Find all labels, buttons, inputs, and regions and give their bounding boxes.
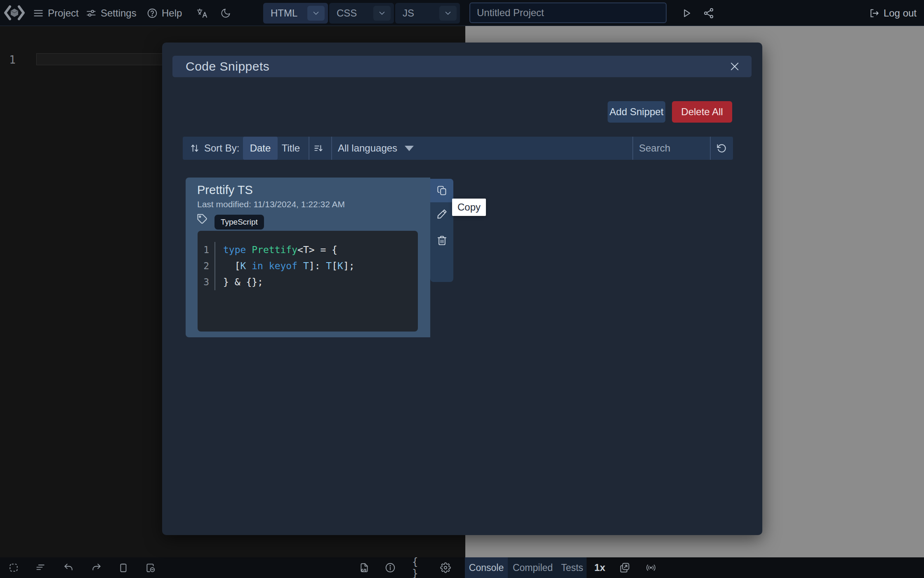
sort-title-button[interactable]: Title: [278, 137, 304, 160]
chevron-down-icon[interactable]: [307, 6, 325, 21]
language-badge: TypeScript: [214, 215, 264, 230]
close-icon: [729, 61, 740, 72]
logout-button[interactable]: Log out: [869, 0, 917, 26]
redo-icon: [91, 562, 102, 573]
moon-icon: [220, 8, 231, 19]
export-file-button[interactable]: [358, 562, 370, 573]
tab-js[interactable]: JS: [395, 3, 460, 24]
search-input[interactable]: [633, 137, 709, 160]
menu-project[interactable]: Project: [33, 0, 79, 26]
code-line: 3} & {};: [198, 274, 418, 290]
code-token: <T> = {: [297, 244, 337, 255]
code-token: in: [252, 261, 263, 271]
sort-arrows-icon: [189, 137, 200, 160]
modal-header: Code Snippets: [172, 56, 752, 77]
snippets-button[interactable]: { }: [412, 562, 424, 573]
playback-speed-button[interactable]: 1x: [591, 557, 609, 578]
run-button[interactable]: [681, 0, 692, 26]
undo-button[interactable]: [63, 562, 74, 573]
snippet-last-modified: Last modified: 11/13/2024, 1:22:32 AM: [197, 199, 345, 209]
code-token: T: [303, 261, 309, 271]
snippet-code-block: 1type Prettify<T> = {2 [K in keyof T]: T…: [198, 231, 418, 332]
select-all-button[interactable]: [8, 562, 19, 573]
paste-code-button[interactable]: [144, 562, 156, 573]
language-filter-dropdown[interactable]: All languages: [338, 137, 414, 160]
sort-direction-button[interactable]: [313, 137, 324, 160]
code-text: type Prettify<T> = {: [215, 242, 337, 258]
copy-icon: [436, 185, 448, 196]
tab-html-label: HTML: [263, 7, 297, 19]
tag-icon: [196, 213, 208, 225]
menu-help[interactable]: Help: [147, 0, 182, 26]
live-broadcast-button[interactable]: [645, 562, 657, 573]
dropdown-triangle-icon: [405, 146, 414, 151]
tab-compiled-label: Compiled: [513, 562, 553, 573]
copy-code-button[interactable]: [118, 562, 129, 573]
share-button[interactable]: [703, 0, 714, 26]
braces-icon: { }: [412, 556, 424, 578]
tab-html[interactable]: HTML: [263, 3, 328, 24]
sliders-icon: [86, 8, 97, 19]
tab-compiled[interactable]: Compiled: [508, 557, 558, 578]
code-token: keyof: [269, 261, 297, 271]
undo-icon: [63, 562, 74, 573]
code-token: [: [223, 261, 240, 271]
project-name-input[interactable]: [469, 2, 667, 23]
external-window-icon: [619, 562, 630, 573]
divider: [309, 137, 309, 160]
play-icon: [681, 7, 692, 19]
detach-preview-button[interactable]: [619, 562, 630, 573]
app-logo: [4, 5, 25, 21]
logo-cube: [11, 9, 18, 17]
code-token: [297, 261, 303, 271]
translate-button[interactable]: [196, 0, 208, 26]
code-token: ];: [343, 261, 355, 271]
code-line-number: 3: [198, 274, 215, 290]
code-line: 2 [K in keyof T]: T[K];: [198, 258, 418, 274]
code-text: [K in keyof T]: T[K];: [215, 258, 355, 274]
code-token: type: [223, 244, 246, 255]
theme-toggle[interactable]: [220, 0, 231, 26]
delete-snippet-button[interactable]: [430, 229, 453, 252]
tab-console[interactable]: Console: [465, 557, 508, 578]
sort-date-button[interactable]: Date: [243, 137, 278, 160]
code-token: [246, 244, 252, 255]
selection-icon: [8, 562, 19, 573]
divider: [331, 137, 332, 160]
snippet-card[interactable]: Prettify TS Last modified: 11/13/2024, 1…: [186, 178, 430, 337]
menu-settings[interactable]: Settings: [86, 0, 137, 26]
refresh-icon: [716, 143, 727, 154]
file-link-icon: [359, 562, 370, 573]
code-token: K: [337, 261, 343, 271]
format-code-button[interactable]: [35, 562, 46, 573]
align-left-icon: [35, 562, 46, 573]
add-snippet-button[interactable]: Add Snippet: [608, 101, 665, 123]
chevron-down-icon[interactable]: [373, 6, 391, 21]
sort-by-label: Sort By:: [204, 137, 239, 160]
code-token: T: [326, 261, 332, 271]
info-button[interactable]: [384, 562, 396, 573]
code-token: K: [240, 261, 246, 271]
copy-snippet-button[interactable]: [430, 179, 453, 202]
tab-css[interactable]: CSS: [329, 3, 394, 24]
snippet-code-lines: 1type Prettify<T> = {2 [K in keyof T]: T…: [198, 242, 418, 290]
pencil-icon: [436, 208, 448, 220]
copy-tooltip: Copy: [452, 199, 486, 216]
edit-snippet-button[interactable]: [430, 202, 453, 226]
code-line-number: 2: [198, 258, 215, 274]
code-token: [246, 261, 252, 271]
redo-button[interactable]: [91, 562, 102, 573]
code-text: } & {};: [215, 274, 263, 290]
snippets-toolbar: Sort By: Date Title All languages: [183, 137, 733, 160]
snippet-title: Prettify TS: [197, 183, 253, 197]
delete-all-button[interactable]: Delete All: [672, 101, 732, 123]
top-toolbar: Project Settings Help HTML: [0, 0, 924, 26]
code-snippets-modal: Code Snippets Add Snippet Delete All Sor…: [162, 43, 762, 535]
chevron-down-icon[interactable]: [439, 6, 457, 21]
editor-settings-button[interactable]: [440, 562, 451, 573]
tab-tests[interactable]: Tests: [558, 557, 587, 578]
clipboard-icon: [118, 562, 129, 573]
code-token: [: [332, 261, 337, 271]
refresh-button[interactable]: [710, 137, 733, 160]
modal-close-button[interactable]: [727, 59, 742, 74]
